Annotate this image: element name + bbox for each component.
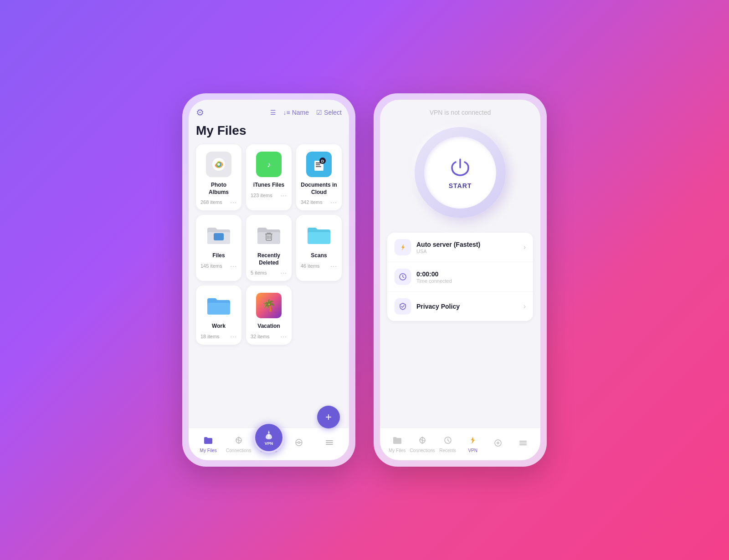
docs-count: 342 items [301, 199, 323, 205]
auto-server-chevron: › [524, 243, 526, 251]
time-connected-item[interactable]: 0:00:00 Time connected [387, 262, 533, 292]
files-header: ⚙ ☰ ↓≡ Name ☑ Select [196, 107, 342, 118]
auto-server-item[interactable]: Auto server (Fastest) USA › [387, 233, 533, 262]
list-view-button[interactable]: ☰ [270, 109, 276, 116]
power-icon [448, 156, 472, 179]
grid-item-files[interactable]: Files 145 items ··· [196, 215, 241, 281]
files-label: Files [212, 252, 225, 260]
vpn-nav-my-files[interactable]: My Files [385, 436, 410, 453]
nav-my-files[interactable]: My Files [193, 436, 223, 453]
photo-albums-label: Photo Albums [200, 182, 237, 196]
auto-server-sub: USA [416, 249, 524, 254]
time-connected-sub: Time connected [416, 278, 526, 284]
docs-icon: D [306, 152, 332, 177]
auto-server-text: Auto server (Fastest) USA [416, 241, 524, 254]
vpn-center-button[interactable]: VPN [253, 422, 284, 453]
recently-deleted-label: Recently Deleted [251, 252, 287, 266]
vpn-bottom-nav: My Files Connections [380, 428, 540, 460]
recently-deleted-icon [257, 225, 281, 245]
scans-count: 46 items [301, 263, 320, 269]
vpn-nav-vpn[interactable]: VPN [460, 436, 485, 453]
scans-folder-icon [307, 225, 331, 245]
vpn-my-files-nav-icon [392, 436, 402, 447]
grid-item-work[interactable]: Work 18 items ··· [196, 285, 241, 345]
svg-rect-20 [308, 232, 330, 244]
svg-text:♪: ♪ [267, 161, 271, 168]
photo-albums-more[interactable]: ··· [230, 199, 237, 206]
nav-more[interactable] [314, 438, 344, 450]
svg-rect-12 [214, 233, 224, 240]
svg-text:D: D [321, 159, 324, 163]
nav-browse[interactable] [284, 438, 314, 450]
privacy-policy-item[interactable]: Privacy Policy › [387, 292, 533, 321]
vpn-nav-vpn-label: VPN [468, 448, 478, 453]
scans-more[interactable]: ··· [330, 262, 337, 270]
vpn-connections-nav-icon [417, 436, 427, 447]
grid-item-itunes[interactable]: ♪ iTunes Files 123 items ··· [246, 144, 292, 210]
sort-icon: ↓≡ [283, 109, 290, 116]
grid-item-docs[interactable]: D Documents in Cloud 342 items ··· [296, 144, 342, 210]
itunes-more[interactable]: ··· [280, 192, 287, 199]
privacy-policy-text: Privacy Policy [416, 303, 524, 310]
grid-item-vacation[interactable]: Vacation 32 items ··· [246, 285, 292, 345]
files-folder-icon [206, 225, 231, 245]
itunes-label: iTunes Files [253, 182, 284, 189]
docs-more[interactable]: ··· [330, 199, 337, 206]
vpn-power-ring: START [415, 127, 506, 218]
vpn-nav-more[interactable] [511, 438, 536, 450]
vpn-nav-recents-label: Recents [439, 448, 456, 453]
sort-button[interactable]: ↓≡ Name [283, 109, 309, 116]
bottom-nav: My Files Connections [189, 428, 349, 460]
browse-nav-icon [294, 438, 304, 449]
gear-icon[interactable]: ⚙ [196, 107, 204, 118]
vpn-content: VPN is not connected START [380, 100, 540, 428]
files-grid: Photo Albums 268 items ··· ♪ [196, 144, 342, 345]
vpn-nav-connections-label: Connections [410, 448, 435, 453]
itunes-count: 123 items [251, 193, 272, 198]
vpn-nav-connections[interactable]: Connections [410, 436, 435, 453]
vacation-label: Vacation [257, 323, 280, 330]
photo-albums-icon [206, 152, 231, 177]
grid-item-scans[interactable]: Scans 46 items ··· [296, 215, 342, 281]
phone-vpn: VPN is not connected START [374, 93, 547, 467]
nav-connections[interactable]: Connections [223, 436, 253, 453]
page-title: My Files [196, 123, 342, 138]
recently-deleted-more[interactable]: ··· [280, 269, 287, 276]
scans-label: Scans [311, 252, 327, 260]
my-files-nav-icon [203, 436, 213, 447]
vpn-status: VPN is not connected [430, 109, 491, 116]
connections-nav-icon [234, 436, 244, 447]
clock-icon-bg [395, 269, 411, 285]
vpn-center-label: VPN [265, 441, 273, 446]
files-count: 145 items [200, 263, 222, 269]
select-button[interactable]: ☑ Select [316, 109, 342, 116]
svg-rect-38 [519, 444, 527, 445]
vpn-nav-browse[interactable] [485, 438, 510, 450]
vpn-nav-recents[interactable]: Recents [435, 436, 460, 453]
vpn-start-button[interactable]: START [424, 137, 496, 209]
privacy-policy-chevron: › [524, 302, 526, 311]
svg-point-34 [495, 440, 501, 446]
auto-server-title: Auto server (Fastest) [416, 241, 524, 248]
work-more[interactable]: ··· [230, 333, 237, 340]
grid-item-photo-albums[interactable]: Photo Albums 268 items ··· [196, 144, 241, 210]
vpn-browse-nav-icon [493, 438, 503, 450]
add-fab-button[interactable]: + [317, 406, 340, 428]
bolt-icon-bg [395, 239, 411, 255]
time-connected-text: 0:00:00 Time connected [416, 270, 526, 284]
svg-rect-29 [326, 442, 333, 443]
more-nav-icon [324, 438, 334, 449]
phone-my-files: ⚙ ☰ ↓≡ Name ☑ Select My Files [182, 93, 355, 467]
vacation-thumbnail [256, 293, 282, 318]
nav-my-files-label: My Files [200, 448, 217, 453]
work-label: Work [212, 323, 226, 330]
grid-item-recently-deleted[interactable]: Recently Deleted 5 items ··· [246, 215, 292, 281]
files-more[interactable]: ··· [230, 262, 237, 270]
work-count: 18 items [200, 334, 220, 339]
vacation-more[interactable]: ··· [280, 333, 287, 340]
svg-point-35 [497, 442, 499, 444]
list-icon: ☰ [270, 109, 276, 116]
docs-label: Documents in Cloud [301, 182, 337, 196]
vpn-nav-my-files-label: My Files [389, 448, 406, 453]
shield-icon-bg [395, 298, 411, 315]
